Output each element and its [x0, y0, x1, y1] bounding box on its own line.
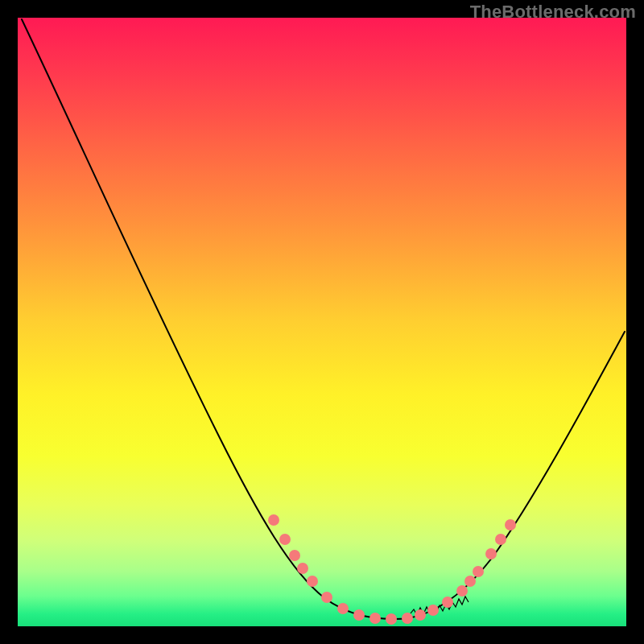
- marker-dot: [337, 603, 349, 614]
- marker-dot: [495, 534, 506, 545]
- marker-dot: [307, 576, 318, 587]
- marker-dot: [456, 585, 468, 597]
- watermark-text: TheBottleneck.com: [470, 2, 636, 23]
- marker-dot: [505, 519, 516, 530]
- marker-dot: [464, 576, 476, 587]
- marker-dot: [386, 613, 397, 625]
- marker-group: [268, 514, 516, 625]
- curve-right: [408, 332, 625, 618]
- marker-dot: [442, 597, 453, 608]
- marker-dot: [402, 613, 413, 624]
- marker-dot: [353, 609, 365, 621]
- marker-dot: [427, 605, 439, 616]
- marker-dot: [321, 592, 332, 603]
- marker-dot: [473, 566, 484, 577]
- marker-dot: [268, 514, 279, 526]
- marker-dot: [415, 609, 426, 621]
- curve-left: [22, 19, 372, 617]
- marker-dot: [289, 550, 300, 561]
- chart-area: [18, 18, 626, 626]
- marker-dot: [297, 563, 308, 574]
- marker-dot: [369, 613, 381, 624]
- marker-dot: [279, 534, 291, 545]
- marker-dot: [485, 548, 497, 559]
- bottleneck-curve-plot: [18, 18, 626, 626]
